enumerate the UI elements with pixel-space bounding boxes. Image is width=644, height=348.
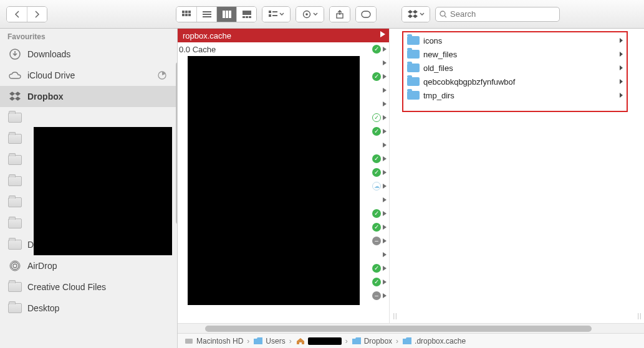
share-button[interactable]: [330, 7, 350, 22]
path-segment[interactable]: Users: [253, 337, 285, 346]
path-segment[interactable]: .dropbox.cache: [402, 337, 466, 346]
svg-rect-19: [272, 15, 277, 16]
group-button[interactable]: [262, 7, 290, 22]
chevron-right-icon: [383, 129, 387, 134]
dropbox-icon: [408, 10, 418, 19]
sidebar-item-icloud[interactable]: iCloud Drive: [0, 65, 177, 86]
gear-button[interactable]: [296, 7, 324, 22]
sync-excluded-icon: –: [372, 237, 381, 245]
column-1-selected-label: ropbox.cache: [183, 31, 231, 40]
column-1-selected-item[interactable]: ropbox.cache: [178, 29, 389, 42]
sidebar-item-desktop[interactable]: Desktop: [0, 298, 177, 319]
chevron-right-icon: [620, 65, 623, 70]
svg-rect-10: [226, 11, 228, 18]
view-icon-button[interactable]: [176, 7, 196, 22]
column-divider-handle[interactable]: ||: [635, 29, 644, 323]
folder-row[interactable]: qebcobkqbgpbzfynfuwbof: [403, 75, 627, 88]
tags-button[interactable]: [356, 7, 376, 22]
chevron-right-icon: [383, 156, 387, 161]
sidebar-item-label: Desktop: [27, 303, 170, 313]
view-mode-group: [176, 6, 257, 22]
path-segment[interactable]: Dropbox: [352, 337, 392, 346]
sync-ok-icon: ✓: [372, 168, 381, 177]
folder-label: old_files: [423, 63, 616, 73]
status-row: ✓: [362, 275, 387, 289]
svg-rect-23: [362, 11, 370, 17]
path-segment[interactable]: [296, 337, 342, 345]
sidebar-item-dropbox[interactable]: Dropbox: [0, 86, 177, 107]
path-segment[interactable]: Macintosh HD: [184, 337, 243, 346]
view-gallery-button[interactable]: [236, 7, 256, 22]
sidebar-item-creative-cloud[interactable]: Creative Cloud Files: [0, 276, 177, 298]
folder-row[interactable]: new_files: [403, 47, 627, 61]
chevron-right-icon: [383, 293, 387, 298]
chevron-right-icon: [620, 52, 623, 57]
column-1[interactable]: ropbox.cache 0.0 Cache ✓✓✓✓✓✓☁✓✓–✓✓–: [178, 29, 390, 323]
folder-row[interactable]: icons: [403, 34, 627, 47]
sync-ok-icon: ✓: [372, 223, 381, 232]
sidebar-item-label: Creative Cloud Files: [27, 282, 170, 292]
column-1-item[interactable]: 0.0 Cache: [178, 42, 389, 56]
column-divider-handle[interactable]: ||: [390, 29, 401, 323]
chevron-right-icon: [35, 11, 40, 18]
svg-rect-17: [272, 11, 277, 12]
status-row: [362, 248, 387, 261]
action-menu[interactable]: [296, 6, 324, 22]
folder-icon: [407, 77, 420, 86]
search-field[interactable]: [435, 7, 560, 22]
chevron-right-icon: [383, 211, 387, 216]
back-button[interactable]: [7, 7, 27, 22]
path-separator: ›: [345, 337, 348, 346]
tag-icon: [361, 11, 371, 18]
chevron-right-icon: [383, 143, 387, 148]
status-row: [362, 97, 387, 111]
sync-ok-icon: ✓: [372, 72, 381, 81]
search-input[interactable]: [449, 9, 555, 19]
dropbox-button[interactable]: [402, 7, 430, 22]
group-by-menu[interactable]: [262, 6, 291, 22]
svg-rect-4: [185, 14, 188, 16]
chevron-right-icon: [383, 88, 387, 93]
folder-icon: [7, 237, 22, 252]
list-icon: [203, 11, 211, 18]
folder-icon: [7, 110, 22, 125]
path-label: Users: [266, 337, 285, 346]
sync-pending-icon: ✓: [372, 113, 381, 122]
svg-rect-18: [269, 14, 271, 17]
dropbox-menu[interactable]: [401, 6, 430, 22]
status-row: ☁: [362, 179, 387, 193]
folder-row[interactable]: tmp_dirs: [403, 88, 627, 102]
chevron-right-icon: [383, 170, 387, 175]
view-column-button[interactable]: [216, 7, 236, 22]
status-row: –: [362, 234, 387, 248]
column-1-item-label: 0.0 Cache: [178, 45, 387, 54]
path-label: .dropbox.cache: [415, 337, 466, 346]
chevron-right-icon: [620, 93, 623, 98]
sidebar-item-downloads[interactable]: Downloads: [0, 44, 177, 65]
sidebar-item-airdrop[interactable]: AirDrop: [0, 255, 177, 276]
chevron-right-icon: [620, 38, 623, 43]
toolbar: [0, 0, 644, 29]
folder-icon: [7, 195, 22, 210]
folder-icon: [402, 337, 412, 345]
download-icon: [7, 47, 22, 62]
svg-rect-13: [243, 16, 245, 18]
folder-icon: [7, 216, 22, 231]
chevron-right-icon: [383, 238, 387, 243]
horizontal-scrollbar[interactable]: [178, 323, 644, 333]
svg-rect-1: [185, 11, 188, 13]
cloud-icon: [7, 68, 22, 83]
chevron-down-icon: [420, 12, 425, 16]
share-icon: [336, 10, 344, 19]
forward-button[interactable]: [27, 7, 47, 22]
chevron-right-icon: [383, 225, 387, 230]
sync-ok-icon: ✓: [372, 209, 381, 218]
airdrop-icon: [7, 258, 22, 273]
svg-rect-0: [182, 11, 185, 13]
sidebar-item-folder[interactable]: [0, 107, 177, 128]
chevron-down-icon: [313, 12, 318, 16]
column-2[interactable]: iconsnew_filesold_filesqebcobkqbgpbzfynf…: [401, 29, 635, 323]
chevron-right-icon: [383, 280, 387, 285]
view-list-button[interactable]: [196, 7, 216, 22]
folder-row[interactable]: old_files: [403, 61, 627, 75]
